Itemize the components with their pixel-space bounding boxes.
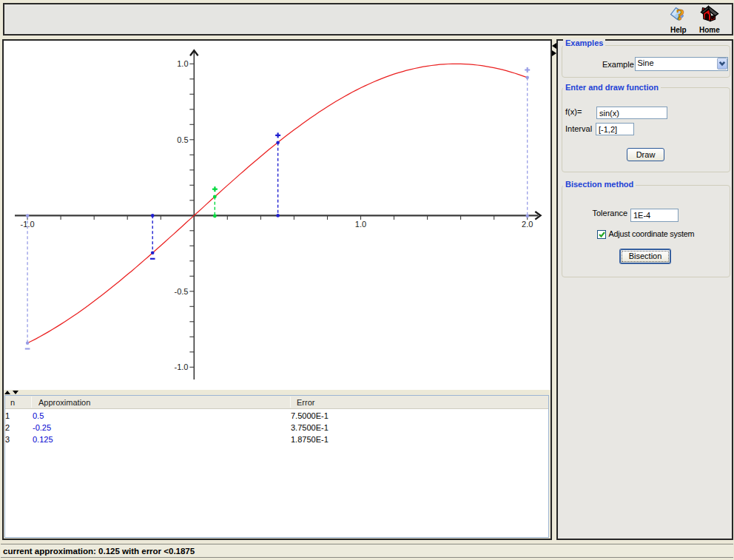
svg-text:2.0: 2.0 (522, 220, 533, 229)
svg-text:1.0: 1.0 (355, 220, 366, 229)
svg-text:-1.0: -1.0 (175, 362, 189, 371)
svg-text:0.5: 0.5 (177, 135, 188, 144)
svg-text:?: ? (676, 6, 684, 23)
svg-text:1.0: 1.0 (177, 59, 188, 68)
svg-text:-0.5: -0.5 (175, 287, 189, 296)
